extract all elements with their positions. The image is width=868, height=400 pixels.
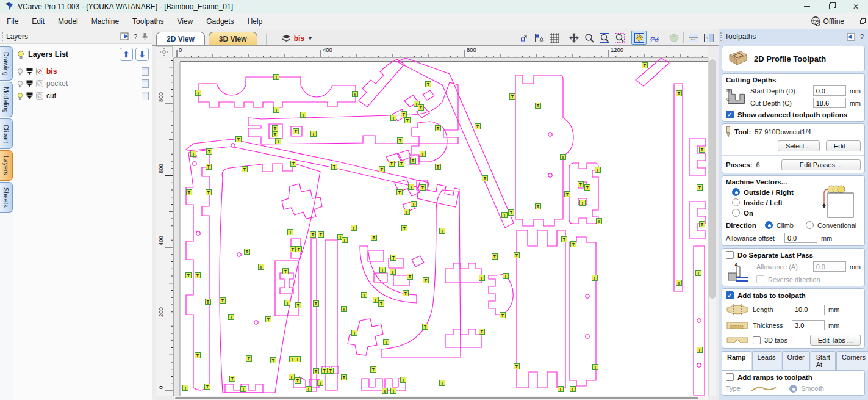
svg-text:T: T [296, 357, 299, 362]
dock-panel-icon[interactable] [847, 33, 856, 41]
menu-toolpaths[interactable]: Toolpaths [126, 15, 170, 28]
svg-text:400: 400 [323, 46, 332, 53]
side-tab-drawing[interactable]: Drawing [0, 46, 13, 81]
active-layer-dropdown[interactable]: bis ▼ [282, 32, 313, 45]
panel-grip-handle[interactable] [2, 32, 3, 41]
layer-name[interactable]: cut [46, 92, 138, 100]
zoom-extents-icon[interactable] [516, 31, 531, 45]
toggle-2d-toolpaths-icon[interactable] [631, 31, 647, 45]
svg-text:T: T [701, 148, 704, 152]
tab-3d-view[interactable]: 3D View [209, 32, 257, 45]
layer-row-cut[interactable]: cut [13, 90, 152, 102]
zoom-icon[interactable] [581, 31, 597, 45]
tab-ramp[interactable]: Ramp [722, 351, 751, 370]
restore-button[interactable] [819, 0, 844, 13]
svg-text:T: T [559, 387, 562, 391]
active-layer-marker-icon[interactable] [26, 80, 33, 87]
layer-name[interactable]: pocket [46, 79, 138, 88]
horizontal-scrollbar[interactable] [174, 396, 708, 400]
layer-content-toggle-icon[interactable] [36, 80, 43, 87]
layer-sheet-icon[interactable] [142, 92, 149, 100]
layer-visibility-bulb-icon[interactable] [17, 68, 23, 76]
conventional-radio[interactable] [806, 221, 814, 229]
move-layer-up-button[interactable]: ⬆ [120, 48, 133, 61]
edit-tabs-button[interactable]: Edit Tabs ... [810, 335, 861, 346]
drawing-viewport[interactable]: TTTTTTTTTTTTTTTTTTTTTTTTTTTTTTTTTTTTTTTT… [174, 58, 708, 396]
last-pass-allowance-field[interactable] [813, 261, 846, 272]
inside-left-radio[interactable] [732, 198, 740, 206]
svg-text:T: T [286, 301, 289, 305]
side-tab-layers[interactable]: Layers [0, 150, 13, 181]
offline-status[interactable]: Offline [811, 16, 844, 26]
ramp-smooth-radio[interactable] [789, 385, 797, 393]
layer-row-pocket[interactable]: pocket [13, 78, 152, 90]
zoom-drawing-icon[interactable] [531, 31, 547, 45]
window-layout-b-icon[interactable] [701, 31, 716, 45]
layer-content-toggle-icon[interactable] [36, 68, 43, 75]
zoom-box-icon[interactable] [597, 31, 612, 45]
tab-length-field[interactable] [792, 305, 825, 315]
add-ramps-checkbox[interactable] [726, 373, 734, 381]
svg-text:T: T [424, 325, 427, 329]
menu-help[interactable]: Help [241, 15, 270, 28]
solid-preview-icon[interactable] [666, 31, 681, 45]
help-icon[interactable]: ? [134, 33, 137, 40]
menu-model[interactable]: Model [51, 15, 85, 28]
dock-panel-icon[interactable] [120, 32, 129, 40]
active-layer-marker-icon[interactable] [26, 68, 33, 75]
layer-name[interactable]: bis [46, 67, 138, 76]
advanced-options-checkbox[interactable]: ✓ [726, 111, 734, 118]
climb-radio[interactable] [765, 221, 773, 229]
on-radio[interactable] [732, 209, 740, 217]
window-layout-a-icon[interactable] [686, 31, 701, 45]
menu-edit[interactable]: Edit [25, 15, 51, 28]
separate-last-pass-checkbox[interactable] [726, 251, 734, 259]
menu-view[interactable]: View [170, 15, 199, 28]
layer-visibility-bulb-icon[interactable] [17, 92, 23, 100]
menu-file[interactable]: File [0, 15, 25, 28]
start-depth-field[interactable] [813, 85, 846, 96]
layer-sheet-icon[interactable] [142, 67, 149, 76]
snap-grid-icon[interactable] [547, 31, 562, 45]
side-tab-sheets[interactable]: Sheets [0, 182, 13, 213]
cut-depth-field[interactable] [813, 98, 846, 108]
select-tool-button[interactable]: Select ... [778, 140, 820, 151]
edit-tool-button[interactable]: Edit ... [826, 140, 861, 151]
add-tabs-checkbox[interactable]: ✓ [726, 291, 734, 299]
menu-gadgets[interactable]: Gadgets [199, 15, 240, 28]
drawing-canvas[interactable]: TTTTTTTTTTTTTTTTTTTTTTTTTTTTTTTTTTTTTTTT… [174, 58, 708, 396]
close-button[interactable]: ✕ [844, 0, 868, 13]
layer-sheet-icon[interactable] [142, 79, 149, 88]
pin-icon[interactable] [142, 32, 148, 40]
tabs-3d-checkbox[interactable] [753, 336, 761, 344]
outside-right-radio[interactable] [732, 188, 740, 196]
allowance-offset-field[interactable] [784, 233, 817, 243]
help-icon[interactable]: ? [860, 33, 864, 40]
pan-icon[interactable] [566, 31, 581, 45]
toolpath-vectors-icon[interactable] [647, 31, 662, 45]
horizontal-scrollbar-thumb[interactable] [175, 397, 698, 399]
vertical-scrollbar[interactable] [708, 58, 716, 396]
tab-start-at[interactable]: Start At [811, 351, 836, 370]
vertical-scrollbar-thumb[interactable] [709, 59, 716, 299]
zoom-selection-icon[interactable] [612, 31, 627, 45]
minimize-button[interactable] [795, 0, 819, 13]
tab-corners[interactable]: Corners [836, 351, 868, 370]
layer-visibility-bulb-icon[interactable] [17, 80, 23, 88]
edit-passes-button[interactable]: Edit Passes ... [781, 159, 861, 170]
move-layer-down-button[interactable]: ⬇ [135, 48, 149, 61]
panel-grip-handle[interactable] [720, 32, 722, 41]
side-tab-modeling[interactable]: Modeling [0, 82, 13, 117]
reverse-direction-checkbox[interactable] [756, 275, 764, 283]
menu-machine[interactable]: Machine [85, 15, 126, 28]
active-layer-marker-icon[interactable] [26, 92, 33, 100]
layer-row-bis[interactable]: bis [13, 65, 152, 78]
tab-2d-view[interactable]: 2D View [156, 32, 205, 45]
layer-content-toggle-icon[interactable] [36, 92, 43, 100]
separate-last-pass-box: Do Separate Last Pass A Allowance (A) mm… [722, 248, 865, 286]
tab-order[interactable]: Order [782, 351, 810, 370]
tab-thickness-field[interactable] [792, 320, 825, 330]
mdi-restore-button[interactable] [860, 18, 864, 25]
tab-leads[interactable]: Leads [752, 351, 781, 370]
side-tab-clipart[interactable]: Clipart [0, 118, 13, 149]
